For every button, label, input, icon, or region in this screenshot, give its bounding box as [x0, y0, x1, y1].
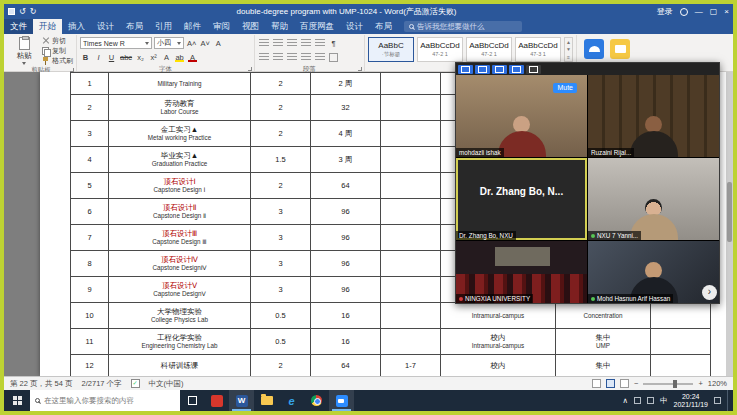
show-desktop-button[interactable] — [727, 390, 730, 411]
volume-icon[interactable] — [647, 397, 654, 404]
cut-button[interactable]: 剪切 — [42, 36, 73, 45]
undo-icon[interactable]: ↺ — [19, 4, 26, 19]
subscript-button[interactable]: x₂ — [135, 51, 146, 63]
styles-gallery-scrollbar[interactable]: ▲▼≡ — [564, 37, 573, 62]
tab-baidu-pan[interactable]: 百度网盘 — [294, 19, 340, 34]
layout-view-button[interactable] — [509, 65, 524, 74]
tab-table-design[interactable]: 设计 — [340, 19, 369, 34]
align-center-button[interactable] — [272, 51, 284, 63]
shrink-font-button[interactable]: A˅ — [199, 37, 210, 49]
text-effects-button[interactable]: A — [161, 51, 172, 63]
grow-font-button[interactable]: A˄ — [186, 37, 197, 49]
meeting-window[interactable]: Mute mohdazli ishak Ruzaini Rijal... Dr.… — [455, 62, 720, 304]
next-page-arrow-button[interactable]: › — [702, 285, 717, 300]
tab-review[interactable]: 审阅 — [207, 19, 236, 34]
tell-me-search[interactable] — [404, 21, 522, 32]
align-left-button[interactable] — [258, 51, 270, 63]
italic-button[interactable]: I — [93, 51, 104, 63]
taskbar-app-chrome[interactable] — [304, 390, 329, 411]
save-icon[interactable] — [8, 8, 15, 15]
zoom-in-button[interactable]: + — [698, 379, 702, 388]
gallery-view-button[interactable] — [458, 65, 473, 74]
notification-center-icon[interactable] — [714, 397, 721, 404]
task-view-button[interactable] — [180, 390, 204, 411]
taskbar-app-word[interactable]: W — [229, 390, 254, 411]
align-right-button[interactable] — [286, 51, 298, 63]
style-card[interactable]: AaBbCcDd47-2 1 — [466, 37, 512, 62]
font-name-combo[interactable]: Times New R — [80, 37, 152, 49]
signin-button[interactable]: 登录 — [657, 4, 673, 19]
maximize-button[interactable]: ▢ — [710, 4, 718, 19]
style-card[interactable]: AaBbCcDd47-2 1 — [417, 37, 463, 62]
justify-button[interactable] — [300, 51, 312, 63]
participant-tile[interactable]: Ruzaini Rijal... — [588, 75, 719, 157]
word-count[interactable]: 2/2717 个字 — [82, 379, 122, 389]
language-indicator[interactable]: 中文(中国) — [149, 379, 184, 389]
taskbar-app-youdao[interactable] — [204, 390, 229, 411]
style-card[interactable]: AaBbCcDd47-3 1 — [515, 37, 561, 62]
baidu-pan-open-icon[interactable] — [610, 39, 630, 59]
taskbar-app-meeting[interactable] — [329, 390, 354, 411]
tab-references[interactable]: 引用 — [149, 19, 178, 34]
tab-mailings[interactable]: 邮件 — [178, 19, 207, 34]
active-speaker-tile[interactable]: Dr. Zhang Bo, N... Dr. Zhang Bo, NXU — [456, 158, 587, 240]
paste-button[interactable]: 粘贴 — [9, 36, 39, 65]
font-color-button[interactable]: A — [187, 51, 198, 63]
clock[interactable]: 20:24 2021/11/19 — [673, 393, 708, 409]
close-button[interactable]: × — [724, 4, 729, 19]
taskbar-app-explorer[interactable] — [254, 390, 279, 411]
zoom-level[interactable]: 120% — [708, 379, 727, 388]
numbering-button[interactable] — [272, 37, 284, 49]
start-button[interactable] — [4, 390, 30, 411]
tab-home[interactable]: 开始 — [33, 19, 62, 34]
participant-tile[interactable]: NXU 7 Yanni... — [588, 158, 719, 240]
bullets-button[interactable] — [258, 37, 270, 49]
line-spacing-button[interactable] — [314, 51, 326, 63]
highlight-button[interactable]: ab — [174, 51, 185, 63]
page-indicator[interactable]: 第 22 页，共 54 页 — [10, 379, 73, 389]
scrollbar-thumb[interactable] — [727, 182, 732, 242]
tell-me-input[interactable] — [417, 22, 517, 31]
network-icon[interactable] — [634, 397, 641, 404]
grid-view-button[interactable] — [492, 65, 507, 74]
ime-indicator[interactable]: 中 — [660, 396, 668, 406]
font-size-combo[interactable]: 小四 — [154, 37, 184, 49]
participant-tile[interactable]: NINGXIA UNIVERSITY — [456, 241, 587, 303]
mute-button[interactable]: Mute — [553, 83, 577, 93]
print-layout-button[interactable] — [606, 379, 615, 388]
taskbar-search[interactable] — [30, 390, 180, 411]
proofing-icon[interactable]: ✓ — [131, 379, 140, 388]
style-card[interactable]: AaBbC·节标题 — [368, 37, 414, 62]
borders-button[interactable] — [328, 51, 339, 63]
underline-button[interactable]: U — [106, 51, 117, 63]
speaker-view-button[interactable] — [475, 65, 490, 74]
zoom-out-button[interactable]: − — [634, 379, 638, 388]
participant-tile[interactable]: Mute mohdazli ishak — [456, 75, 587, 157]
tray-expand-button[interactable]: ∧ — [622, 396, 628, 405]
participant-tile[interactable]: Mohd Hasnun Arif Hassan — [588, 241, 719, 303]
multilevel-list-button[interactable] — [286, 37, 298, 49]
document-scrollbar[interactable] — [726, 72, 733, 376]
baidu-pan-save-icon[interactable] — [584, 39, 604, 59]
decrease-indent-button[interactable] — [300, 37, 312, 49]
read-mode-button[interactable] — [592, 379, 601, 388]
tab-view[interactable]: 视图 — [236, 19, 265, 34]
strikethrough-button[interactable]: abc — [119, 51, 133, 63]
web-layout-button[interactable] — [620, 379, 629, 388]
bold-button[interactable]: B — [80, 51, 91, 63]
tab-file[interactable]: 文件 — [4, 19, 33, 34]
more-view-button[interactable] — [526, 65, 541, 74]
tab-insert[interactable]: 插入 — [62, 19, 91, 34]
minimize-button[interactable]: — — [695, 4, 703, 19]
copy-button[interactable]: 复制 — [42, 46, 73, 55]
tab-help[interactable]: 帮助 — [265, 19, 294, 34]
clear-formatting-button[interactable]: A — [213, 37, 224, 49]
taskbar-search-input[interactable] — [44, 396, 175, 405]
taskbar-app-edge[interactable]: e — [279, 390, 304, 411]
zoom-slider-thumb[interactable] — [673, 380, 677, 388]
dialog-launcher-icon[interactable] — [358, 67, 362, 71]
dialog-launcher-icon[interactable] — [248, 67, 252, 71]
show-marks-button[interactable]: ¶ — [328, 37, 339, 49]
increase-indent-button[interactable] — [314, 37, 326, 49]
format-painter-button[interactable]: 格式刷 — [42, 56, 73, 65]
